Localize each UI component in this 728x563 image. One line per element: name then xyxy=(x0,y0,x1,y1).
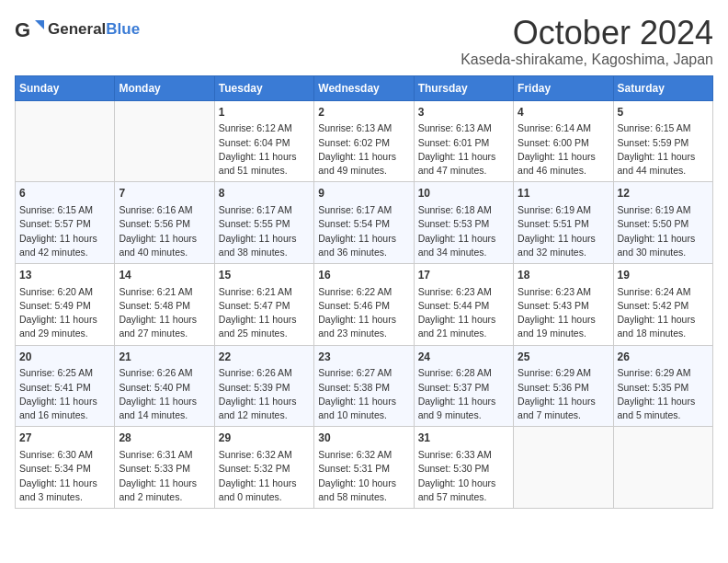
day-number: 17 xyxy=(418,268,509,283)
calendar-cell xyxy=(613,427,712,509)
header-row: SundayMondayTuesdayWednesdayThursdayFrid… xyxy=(16,75,713,100)
day-number: 13 xyxy=(19,268,110,283)
day-number: 10 xyxy=(418,186,509,201)
calendar-cell: 2Sunrise: 6:13 AMSunset: 6:02 PMDaylight… xyxy=(314,100,414,182)
day-content: Sunrise: 6:13 AMSunset: 6:01 PMDaylight:… xyxy=(418,121,509,178)
svg-marker-1 xyxy=(35,20,44,29)
day-content: Sunrise: 6:30 AMSunset: 5:34 PMDaylight:… xyxy=(19,448,110,504)
day-number: 25 xyxy=(518,350,609,365)
day-number: 18 xyxy=(518,268,609,283)
header-area: G GeneralBlue October 2024 Kaseda-shirak… xyxy=(15,15,713,68)
calendar-cell: 19Sunrise: 6:24 AMSunset: 5:42 PMDayligh… xyxy=(613,263,712,345)
day-number: 28 xyxy=(119,431,210,446)
logo-blue: Blue xyxy=(106,20,140,38)
calendar-cell: 6Sunrise: 6:15 AMSunset: 5:57 PMDaylight… xyxy=(16,182,115,264)
calendar-cell: 5Sunrise: 6:15 AMSunset: 5:59 PMDaylight… xyxy=(613,100,712,182)
calendar-cell: 15Sunrise: 6:21 AMSunset: 5:47 PMDayligh… xyxy=(214,263,313,345)
day-number: 11 xyxy=(518,186,609,201)
day-number: 21 xyxy=(119,350,210,365)
day-content: Sunrise: 6:14 AMSunset: 6:00 PMDaylight:… xyxy=(518,121,609,178)
calendar-cell: 20Sunrise: 6:25 AMSunset: 5:41 PMDayligh… xyxy=(16,345,115,427)
day-content: Sunrise: 6:15 AMSunset: 5:57 PMDaylight:… xyxy=(19,203,110,259)
day-number: 29 xyxy=(219,431,310,446)
day-content: Sunrise: 6:15 AMSunset: 5:59 PMDaylight:… xyxy=(618,121,709,178)
day-number: 30 xyxy=(318,431,409,446)
week-row-0: 1Sunrise: 6:12 AMSunset: 6:04 PMDaylight… xyxy=(16,100,713,182)
day-content: Sunrise: 6:26 AMSunset: 5:39 PMDaylight:… xyxy=(219,366,310,422)
calendar-cell: 21Sunrise: 6:26 AMSunset: 5:40 PMDayligh… xyxy=(115,345,214,427)
calendar-cell: 3Sunrise: 6:13 AMSunset: 6:01 PMDaylight… xyxy=(414,100,513,182)
calendar-cell: 16Sunrise: 6:22 AMSunset: 5:46 PMDayligh… xyxy=(314,263,414,345)
day-content: Sunrise: 6:27 AMSunset: 5:38 PMDaylight:… xyxy=(318,366,409,422)
calendar-cell: 8Sunrise: 6:17 AMSunset: 5:55 PMDaylight… xyxy=(214,182,313,264)
svg-text:G: G xyxy=(15,18,30,41)
day-number: 20 xyxy=(19,350,110,365)
day-number: 4 xyxy=(518,105,609,121)
calendar-cell: 14Sunrise: 6:21 AMSunset: 5:48 PMDayligh… xyxy=(115,263,214,345)
day-number: 24 xyxy=(418,350,509,365)
day-content: Sunrise: 6:32 AMSunset: 5:31 PMDaylight:… xyxy=(318,448,409,504)
day-number: 26 xyxy=(618,350,709,365)
calendar-header: SundayMondayTuesdayWednesdayThursdayFrid… xyxy=(16,75,713,100)
calendar-cell: 17Sunrise: 6:23 AMSunset: 5:44 PMDayligh… xyxy=(414,263,513,345)
day-number: 6 xyxy=(19,186,110,201)
week-row-4: 27Sunrise: 6:30 AMSunset: 5:34 PMDayligh… xyxy=(16,427,713,509)
logo-general: General xyxy=(48,20,106,38)
day-content: Sunrise: 6:12 AMSunset: 6:04 PMDaylight:… xyxy=(219,121,310,178)
calendar-cell: 9Sunrise: 6:17 AMSunset: 5:54 PMDaylight… xyxy=(314,182,414,264)
calendar-cell: 1Sunrise: 6:12 AMSunset: 6:04 PMDaylight… xyxy=(214,100,313,182)
calendar-cell: 12Sunrise: 6:19 AMSunset: 5:50 PMDayligh… xyxy=(613,182,712,264)
day-content: Sunrise: 6:25 AMSunset: 5:41 PMDaylight:… xyxy=(19,366,110,422)
day-content: Sunrise: 6:20 AMSunset: 5:49 PMDaylight:… xyxy=(19,285,110,341)
calendar-cell xyxy=(115,100,214,182)
day-content: Sunrise: 6:26 AMSunset: 5:40 PMDaylight:… xyxy=(119,366,210,422)
day-content: Sunrise: 6:17 AMSunset: 5:55 PMDaylight:… xyxy=(219,203,310,259)
calendar-cell: 24Sunrise: 6:28 AMSunset: 5:37 PMDayligh… xyxy=(414,345,513,427)
day-content: Sunrise: 6:19 AMSunset: 5:50 PMDaylight:… xyxy=(618,203,709,259)
day-content: Sunrise: 6:19 AMSunset: 5:51 PMDaylight:… xyxy=(518,203,609,259)
calendar-cell: 29Sunrise: 6:32 AMSunset: 5:32 PMDayligh… xyxy=(214,427,313,509)
weekday-header-monday: Monday xyxy=(115,75,214,100)
day-number: 31 xyxy=(418,431,509,446)
day-number: 16 xyxy=(318,268,409,283)
day-number: 23 xyxy=(318,350,409,365)
weekday-header-tuesday: Tuesday xyxy=(214,75,313,100)
day-number: 5 xyxy=(618,105,709,121)
calendar-cell: 4Sunrise: 6:14 AMSunset: 6:00 PMDaylight… xyxy=(514,100,613,182)
day-number: 1 xyxy=(219,105,310,121)
calendar-table: SundayMondayTuesdayWednesdayThursdayFrid… xyxy=(15,75,713,509)
calendar-cell: 11Sunrise: 6:19 AMSunset: 5:51 PMDayligh… xyxy=(514,182,613,264)
calendar-cell: 25Sunrise: 6:29 AMSunset: 5:36 PMDayligh… xyxy=(514,345,613,427)
day-content: Sunrise: 6:23 AMSunset: 5:43 PMDaylight:… xyxy=(518,285,609,341)
title-area: October 2024 Kaseda-shirakame, Kagoshima… xyxy=(461,15,713,68)
calendar-cell: 22Sunrise: 6:26 AMSunset: 5:39 PMDayligh… xyxy=(214,345,313,427)
day-content: Sunrise: 6:13 AMSunset: 6:02 PMDaylight:… xyxy=(318,121,409,178)
day-number: 15 xyxy=(219,268,310,283)
day-content: Sunrise: 6:32 AMSunset: 5:32 PMDaylight:… xyxy=(219,448,310,504)
main-title: October 2024 xyxy=(461,15,713,52)
calendar-cell: 30Sunrise: 6:32 AMSunset: 5:31 PMDayligh… xyxy=(314,427,414,509)
day-number: 7 xyxy=(119,186,210,201)
calendar-body: 1Sunrise: 6:12 AMSunset: 6:04 PMDaylight… xyxy=(16,100,713,508)
logo-icon: G xyxy=(15,15,44,44)
calendar-cell: 7Sunrise: 6:16 AMSunset: 5:56 PMDaylight… xyxy=(115,182,214,264)
day-content: Sunrise: 6:16 AMSunset: 5:56 PMDaylight:… xyxy=(119,203,210,259)
weekday-header-sunday: Sunday xyxy=(16,75,115,100)
weekday-header-saturday: Saturday xyxy=(613,75,712,100)
calendar-cell: 10Sunrise: 6:18 AMSunset: 5:53 PMDayligh… xyxy=(414,182,513,264)
day-content: Sunrise: 6:24 AMSunset: 5:42 PMDaylight:… xyxy=(618,285,709,341)
subtitle: Kaseda-shirakame, Kagoshima, Japan xyxy=(461,52,713,68)
day-number: 19 xyxy=(618,268,709,283)
calendar-cell: 23Sunrise: 6:27 AMSunset: 5:38 PMDayligh… xyxy=(314,345,414,427)
day-number: 27 xyxy=(19,431,110,446)
day-content: Sunrise: 6:31 AMSunset: 5:33 PMDaylight:… xyxy=(119,448,210,504)
day-content: Sunrise: 6:29 AMSunset: 5:35 PMDaylight:… xyxy=(618,366,709,422)
day-number: 12 xyxy=(618,186,709,201)
day-content: Sunrise: 6:21 AMSunset: 5:48 PMDaylight:… xyxy=(119,285,210,341)
weekday-header-friday: Friday xyxy=(514,75,613,100)
calendar-cell: 18Sunrise: 6:23 AMSunset: 5:43 PMDayligh… xyxy=(514,263,613,345)
calendar-cell xyxy=(16,100,115,182)
calendar-cell: 26Sunrise: 6:29 AMSunset: 5:35 PMDayligh… xyxy=(613,345,712,427)
day-content: Sunrise: 6:28 AMSunset: 5:37 PMDaylight:… xyxy=(418,366,509,422)
calendar-cell: 27Sunrise: 6:30 AMSunset: 5:34 PMDayligh… xyxy=(16,427,115,509)
